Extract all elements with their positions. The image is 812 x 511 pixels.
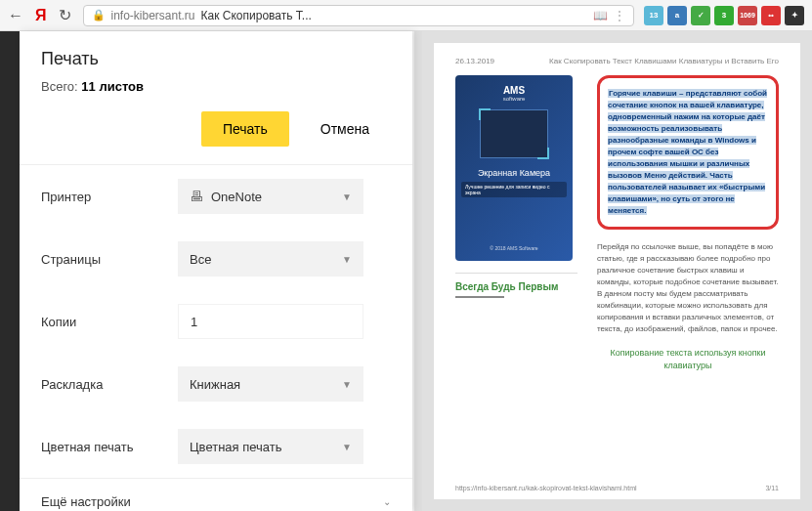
reader-mode-icon[interactable]: 📖 [593,9,608,22]
preview-page-number: 3/11 [765,485,779,491]
sidebar-heading: Всегда Будь Первым [455,273,577,292]
chevron-down-icon: ▼ [342,254,352,265]
page-title-tab: Как Скопировать Т... [201,9,312,22]
print-settings: Принтер 🖶 OneNote ▼ Страницы Все ▼ Копии… [20,165,412,511]
url-domain: info-kibersant.ru [111,9,195,22]
pages-label: Страницы [41,252,178,267]
printer-label: Принтер [41,190,178,204]
preview-paragraph: Перейдя по ссылочке выше, вы попадёте в … [597,241,779,335]
print-total-sheets: Всего: 11 листов [41,79,391,94]
ext-icon-7[interactable]: ✦ [785,6,804,25]
copies-label: Копии [41,315,178,329]
ext-icon-5[interactable]: 1069 [738,6,757,25]
extensions-tray: 13 a ✓ 3 1069 •• ✦ [644,6,804,25]
ext-icon-3[interactable]: ✓ [691,6,710,25]
lock-icon: 🔒 [92,9,106,21]
preview-header-title: Как Скопировать Текст Клавишами Клавиату… [549,57,779,65]
addr-more-icon[interactable]: ⋮ [614,9,625,22]
browser-toolbar: ← Я ↻ 🔒 info-kibersant.ru Как Скопироват… [0,0,812,31]
print-dialog-title: Печать [41,49,391,69]
ext-icon-6[interactable]: •• [761,6,781,25]
layout-label: Раскладка [41,377,178,392]
layout-select[interactable]: Книжная ▼ [178,366,363,402]
copies-input[interactable]: 1 [178,304,363,339]
section-heading-link: Копирование текста используя кнопки клав… [597,347,779,371]
printer-icon: 🖶 [190,189,203,204]
chevron-down-icon: ▼ [342,379,352,390]
yandex-logo[interactable]: Я [35,7,47,24]
preview-date: 26.13.2019 [455,57,494,65]
chevron-down-icon: ▼ [342,192,352,202]
preview-footer-url: https://info-kibersant.ru/kak-skopirovat… [455,485,637,491]
product-box-image: AMS software Экранная Камера Лучшее реше… [455,75,573,261]
reload-button[interactable]: ↻ [59,6,71,24]
ext-icon-1[interactable]: 13 [644,6,663,25]
panel-scrollbar[interactable] [414,31,422,511]
address-bar[interactable]: 🔒 info-kibersant.ru Как Скопировать Т...… [83,5,635,26]
print-button[interactable]: Печать [201,111,289,147]
ext-icon-2[interactable]: a [667,6,687,25]
chevron-down-icon: ▼ [342,442,352,452]
highlighted-callout: Горячие клавиши – представляют собой соч… [597,75,779,230]
print-preview: 26.13.2019 Как Скопировать Текст Клавиша… [422,31,812,511]
preview-page: 26.13.2019 Как Скопировать Текст Клавиша… [434,43,800,499]
print-dialog: Печать Всего: 11 листов Печать Отмена Пр… [20,31,412,511]
pages-select[interactable]: Все ▼ [178,241,363,277]
back-button[interactable]: ← [8,7,23,24]
ext-icon-4[interactable]: 3 [714,6,734,25]
more-settings-toggle[interactable]: Ещё настройки ⌄ [20,478,412,511]
cancel-button[interactable]: Отмена [299,111,391,147]
chevron-down-icon: ⌄ [383,496,391,507]
color-label: Цветная печать [41,440,178,454]
printer-select[interactable]: 🖶 OneNote ▼ [178,179,363,214]
left-gutter [0,31,20,511]
color-select[interactable]: Цветная печать ▼ [178,429,363,464]
